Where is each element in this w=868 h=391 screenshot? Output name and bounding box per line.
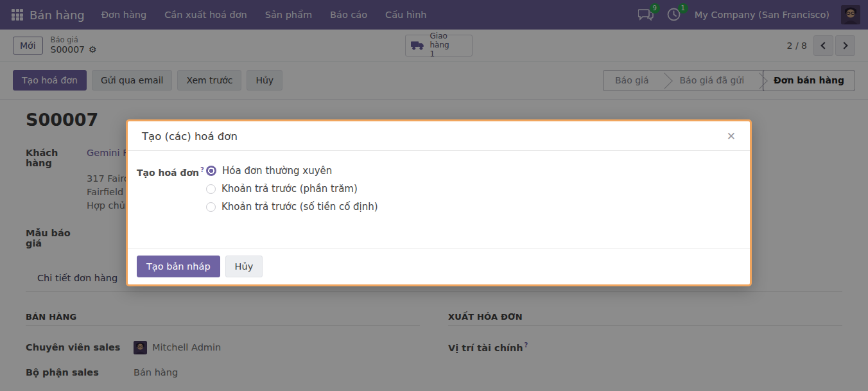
close-icon[interactable]: ✕ <box>727 131 736 142</box>
dialog-body: Tạo hoá đơn? Hóa đơn thường xuyên Khoản … <box>128 151 750 248</box>
dialog-footer: Tạo bản nháp Hủy <box>128 248 750 284</box>
radio-unselected-icon[interactable] <box>206 202 216 212</box>
invoice-type-radio-group: Hóa đơn thường xuyên Khoản trả trước (ph… <box>206 165 378 248</box>
dialog-title: Tạo (các) hoá đơn <box>142 130 238 143</box>
dialog-header: Tạo (các) hoá đơn ✕ <box>128 121 750 151</box>
help-icon[interactable]: ? <box>200 166 204 173</box>
create-invoices-dialog: Tạo (các) hoá đơn ✕ Tạo hoá đơn? Hóa đơn… <box>126 119 752 286</box>
create-invoice-field-label: Tạo hoá đơn? <box>137 165 206 248</box>
radio-unselected-icon[interactable] <box>206 184 216 194</box>
dialog-cancel-button[interactable]: Hủy <box>225 256 263 277</box>
odoo-app: Bán hàng Đơn hàng Cần xuất hoá đơn Sản p… <box>0 0 868 391</box>
radio-down-payment-fixed[interactable]: Khoản trả trước (số tiền cố định) <box>206 201 378 213</box>
create-draft-button[interactable]: Tạo bản nháp <box>137 256 220 277</box>
radio-regular-invoice[interactable]: Hóa đơn thường xuyên <box>206 165 378 177</box>
radio-down-payment-percentage[interactable]: Khoản trả trước (phần trăm) <box>206 183 378 195</box>
radio-selected-icon[interactable] <box>206 166 216 176</box>
